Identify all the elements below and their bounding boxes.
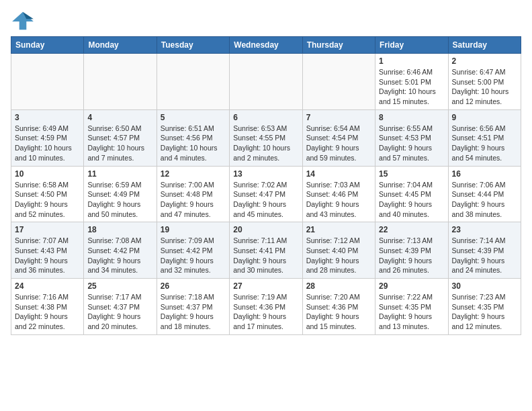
day-number: 16 — [452, 169, 517, 179]
day-info: Sunrise: 7:17 AMSunset: 4:37 PMDaylight:… — [87, 292, 152, 332]
calendar-day-cell: 1Sunrise: 6:46 AMSunset: 5:01 PMDaylight… — [375, 54, 448, 110]
calendar-day-cell: 15Sunrise: 7:04 AMSunset: 4:45 PMDayligh… — [375, 166, 448, 222]
calendar-day-cell: 23Sunrise: 7:14 AMSunset: 4:39 PMDayligh… — [448, 222, 521, 279]
weekday-header-friday: Friday — [375, 37, 448, 54]
day-info: Sunrise: 7:13 AMSunset: 4:39 PMDaylight:… — [379, 236, 444, 275]
calendar-week-row: 17Sunrise: 7:07 AMSunset: 4:43 PMDayligh… — [11, 222, 521, 279]
calendar-week-row: 10Sunrise: 6:58 AMSunset: 4:50 PMDayligh… — [11, 166, 521, 222]
day-info: Sunrise: 7:12 AMSunset: 4:40 PMDaylight:… — [306, 236, 371, 275]
day-info: Sunrise: 7:03 AMSunset: 4:46 PMDaylight:… — [306, 180, 371, 220]
calendar-day-cell: 12Sunrise: 7:00 AMSunset: 4:48 PMDayligh… — [157, 166, 229, 222]
day-number: 17 — [15, 225, 80, 234]
day-info: Sunrise: 7:02 AMSunset: 4:47 PMDaylight:… — [233, 180, 298, 220]
weekday-header-row: SundayMondayTuesdayWednesdayThursdayFrid… — [11, 37, 521, 54]
day-info: Sunrise: 7:11 AMSunset: 4:41 PMDaylight:… — [233, 236, 298, 275]
day-info: Sunrise: 6:59 AMSunset: 4:49 PMDaylight:… — [87, 180, 152, 220]
day-number: 21 — [306, 225, 371, 234]
day-info: Sunrise: 7:00 AMSunset: 4:48 PMDaylight:… — [161, 180, 226, 220]
calendar-week-row: 24Sunrise: 7:16 AMSunset: 4:38 PMDayligh… — [11, 279, 521, 335]
calendar-day-cell: 26Sunrise: 7:18 AMSunset: 4:37 PMDayligh… — [157, 279, 229, 335]
day-number: 7 — [306, 113, 371, 122]
day-info: Sunrise: 7:06 AMSunset: 4:44 PMDaylight:… — [452, 180, 517, 220]
page-header — [11, 11, 521, 31]
day-number: 10 — [15, 169, 80, 179]
calendar-day-cell — [84, 54, 157, 110]
day-number: 1 — [379, 56, 444, 66]
day-number: 25 — [87, 281, 152, 291]
day-info: Sunrise: 7:19 AMSunset: 4:36 PMDaylight:… — [233, 292, 298, 332]
calendar-day-cell — [11, 54, 84, 110]
day-info: Sunrise: 6:56 AMSunset: 4:51 PMDaylight:… — [452, 124, 517, 163]
day-info: Sunrise: 6:55 AMSunset: 4:53 PMDaylight:… — [379, 124, 444, 163]
day-number: 5 — [161, 113, 226, 122]
day-info: Sunrise: 6:54 AMSunset: 4:54 PMDaylight:… — [306, 124, 371, 163]
day-info: Sunrise: 7:08 AMSunset: 4:42 PMDaylight:… — [87, 236, 152, 275]
day-info: Sunrise: 7:09 AMSunset: 4:42 PMDaylight:… — [161, 236, 226, 275]
day-number: 23 — [452, 225, 517, 234]
calendar-day-cell: 3Sunrise: 6:49 AMSunset: 4:59 PMDaylight… — [11, 109, 84, 166]
calendar-day-cell: 20Sunrise: 7:11 AMSunset: 4:41 PMDayligh… — [230, 222, 302, 279]
day-info: Sunrise: 7:22 AMSunset: 4:35 PMDaylight:… — [379, 292, 444, 332]
calendar-day-cell: 11Sunrise: 6:59 AMSunset: 4:49 PMDayligh… — [84, 166, 157, 222]
day-number: 20 — [233, 225, 298, 234]
day-info: Sunrise: 6:46 AMSunset: 5:01 PMDaylight:… — [379, 67, 444, 107]
calendar-day-cell — [230, 54, 302, 110]
calendar-day-cell: 18Sunrise: 7:08 AMSunset: 4:42 PMDayligh… — [84, 222, 157, 279]
logo-icon — [11, 11, 35, 31]
calendar-day-cell: 25Sunrise: 7:17 AMSunset: 4:37 PMDayligh… — [84, 279, 157, 335]
day-number: 4 — [87, 113, 152, 122]
calendar-day-cell: 2Sunrise: 6:47 AMSunset: 5:00 PMDaylight… — [448, 54, 521, 110]
calendar-table: SundayMondayTuesdayWednesdayThursdayFrid… — [11, 36, 521, 335]
day-number: 24 — [15, 281, 80, 291]
weekday-header-thursday: Thursday — [302, 37, 375, 54]
calendar-day-cell: 6Sunrise: 6:53 AMSunset: 4:55 PMDaylight… — [230, 109, 302, 166]
day-number: 22 — [379, 225, 444, 234]
day-info: Sunrise: 6:51 AMSunset: 4:56 PMDaylight:… — [161, 124, 226, 163]
day-number: 3 — [15, 113, 80, 122]
day-info: Sunrise: 7:16 AMSunset: 4:38 PMDaylight:… — [15, 292, 80, 332]
calendar-week-row: 3Sunrise: 6:49 AMSunset: 4:59 PMDaylight… — [11, 109, 521, 166]
day-info: Sunrise: 7:14 AMSunset: 4:39 PMDaylight:… — [452, 236, 517, 275]
day-number: 30 — [452, 281, 517, 291]
weekday-header-sunday: Sunday — [11, 37, 84, 54]
calendar-day-cell: 29Sunrise: 7:22 AMSunset: 4:35 PMDayligh… — [375, 279, 448, 335]
calendar-day-cell: 14Sunrise: 7:03 AMSunset: 4:46 PMDayligh… — [302, 166, 375, 222]
day-number: 27 — [233, 281, 298, 291]
day-number: 15 — [379, 169, 444, 179]
day-number: 8 — [379, 113, 444, 122]
calendar-day-cell: 27Sunrise: 7:19 AMSunset: 4:36 PMDayligh… — [230, 279, 302, 335]
day-info: Sunrise: 7:07 AMSunset: 4:43 PMDaylight:… — [15, 236, 80, 275]
day-number: 6 — [233, 113, 298, 122]
calendar-day-cell: 28Sunrise: 7:20 AMSunset: 4:36 PMDayligh… — [302, 279, 375, 335]
calendar-day-cell: 16Sunrise: 7:06 AMSunset: 4:44 PMDayligh… — [448, 166, 521, 222]
calendar-day-cell: 30Sunrise: 7:23 AMSunset: 4:35 PMDayligh… — [448, 279, 521, 335]
day-info: Sunrise: 7:04 AMSunset: 4:45 PMDaylight:… — [379, 180, 444, 220]
calendar-day-cell — [157, 54, 229, 110]
day-info: Sunrise: 7:23 AMSunset: 4:35 PMDaylight:… — [452, 292, 517, 332]
weekday-header-tuesday: Tuesday — [157, 37, 229, 54]
day-number: 29 — [379, 281, 444, 291]
day-number: 9 — [452, 113, 517, 122]
calendar-day-cell: 7Sunrise: 6:54 AMSunset: 4:54 PMDaylight… — [302, 109, 375, 166]
calendar-day-cell: 4Sunrise: 6:50 AMSunset: 4:57 PMDaylight… — [84, 109, 157, 166]
day-number: 2 — [452, 56, 517, 66]
day-number: 11 — [87, 169, 152, 179]
day-info: Sunrise: 6:47 AMSunset: 5:00 PMDaylight:… — [452, 67, 517, 107]
calendar-day-cell: 21Sunrise: 7:12 AMSunset: 4:40 PMDayligh… — [302, 222, 375, 279]
day-number: 19 — [161, 225, 226, 234]
weekday-header-monday: Monday — [84, 37, 157, 54]
calendar-day-cell: 13Sunrise: 7:02 AMSunset: 4:47 PMDayligh… — [230, 166, 302, 222]
day-number: 18 — [87, 225, 152, 234]
calendar-day-cell: 8Sunrise: 6:55 AMSunset: 4:53 PMDaylight… — [375, 109, 448, 166]
day-number: 28 — [306, 281, 371, 291]
day-info: Sunrise: 7:18 AMSunset: 4:37 PMDaylight:… — [161, 292, 226, 332]
day-info: Sunrise: 6:53 AMSunset: 4:55 PMDaylight:… — [233, 124, 298, 163]
logo — [11, 11, 38, 31]
calendar-day-cell: 24Sunrise: 7:16 AMSunset: 4:38 PMDayligh… — [11, 279, 84, 335]
calendar-day-cell: 9Sunrise: 6:56 AMSunset: 4:51 PMDaylight… — [448, 109, 521, 166]
calendar-day-cell — [302, 54, 375, 110]
svg-marker-0 — [12, 12, 34, 30]
calendar-week-row: 1Sunrise: 6:46 AMSunset: 5:01 PMDaylight… — [11, 54, 521, 110]
calendar-day-cell: 5Sunrise: 6:51 AMSunset: 4:56 PMDaylight… — [157, 109, 229, 166]
calendar-day-cell: 19Sunrise: 7:09 AMSunset: 4:42 PMDayligh… — [157, 222, 229, 279]
